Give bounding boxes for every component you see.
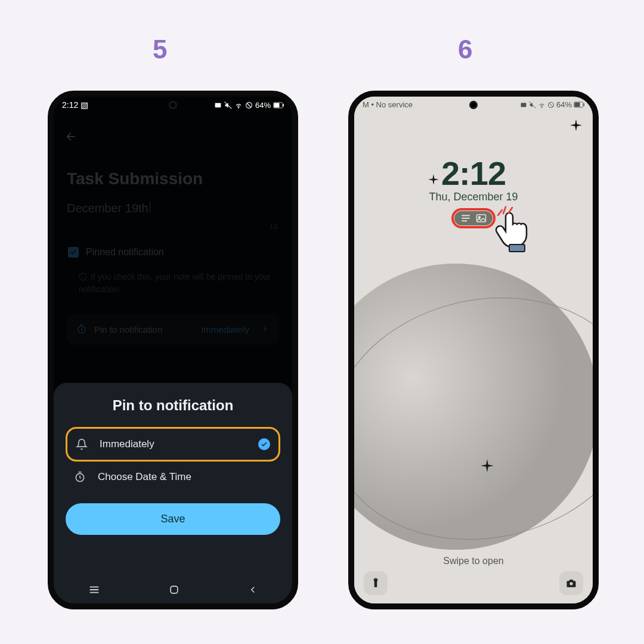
battery-icon xyxy=(273,102,284,109)
check-circle-icon xyxy=(258,438,270,450)
svg-rect-33 xyxy=(509,244,525,252)
svg-line-31 xyxy=(503,207,506,213)
sparkle-icon xyxy=(481,459,494,475)
save-button[interactable]: Save xyxy=(66,503,280,535)
svg-rect-23 xyxy=(575,103,580,107)
battery-text: 64% xyxy=(255,101,271,110)
status-right: 64% xyxy=(214,101,284,110)
mute-icon xyxy=(529,101,536,109)
svg-point-2 xyxy=(238,107,239,108)
svg-rect-24 xyxy=(584,103,585,106)
svg-line-21 xyxy=(549,103,553,107)
sheet-title: Pin to notification xyxy=(66,397,280,414)
battery-text: 64% xyxy=(556,100,572,109)
status-carrier: M • No service xyxy=(363,100,413,109)
flashlight-button[interactable] xyxy=(364,571,388,595)
option-choose-date-label: Choose Date & Time xyxy=(98,471,272,483)
nav-recent-icon[interactable] xyxy=(88,583,101,596)
nav-back-icon[interactable] xyxy=(247,584,258,595)
bell-icon xyxy=(76,438,89,450)
sparkle-icon xyxy=(428,174,439,187)
svg-rect-17 xyxy=(521,103,526,107)
card-icon xyxy=(214,101,222,109)
timer-icon xyxy=(74,471,87,483)
step-label-5: 5 xyxy=(153,35,167,64)
notification-pill[interactable] xyxy=(454,211,493,225)
svg-rect-6 xyxy=(274,103,280,107)
tap-lines-icon xyxy=(496,202,514,217)
option-choose-date[interactable]: Choose Date & Time xyxy=(66,462,280,493)
svg-line-30 xyxy=(498,210,502,215)
sparkle-icon xyxy=(570,119,582,134)
nav-home-icon[interactable] xyxy=(168,584,180,596)
status-time: 2:12 ▧ xyxy=(62,100,88,110)
svg-rect-34 xyxy=(374,578,377,580)
wifi-icon xyxy=(234,101,243,109)
svg-point-19 xyxy=(541,107,542,107)
svg-line-32 xyxy=(509,208,512,213)
mute-icon xyxy=(224,101,232,109)
no-signal-icon xyxy=(547,101,555,109)
option-immediately-label: Immediately xyxy=(100,438,247,450)
lockscreen: M • No service 64% 2:12 Thu, December 19 xyxy=(354,97,593,603)
svg-line-4 xyxy=(247,103,251,107)
android-navbar xyxy=(54,580,292,600)
phone-camera xyxy=(469,101,478,109)
bottom-sheet: Pin to notification Immediately Choose D… xyxy=(54,383,292,603)
camera-button[interactable] xyxy=(559,571,583,595)
status-right: 64% xyxy=(520,100,584,109)
no-signal-icon xyxy=(245,101,253,109)
card-icon xyxy=(520,101,527,109)
battery-icon xyxy=(574,101,584,108)
phone-mockup-5: 2:12 ▧ 64% Task Submission December 19th… xyxy=(48,91,298,609)
wifi-icon xyxy=(538,101,546,109)
app-screen: 2:12 ▧ 64% Task Submission December 19th… xyxy=(54,97,292,603)
phone-camera xyxy=(169,101,177,109)
step-label-6: 6 xyxy=(458,35,472,64)
camera-icon xyxy=(566,578,577,589)
tap-hand-cursor xyxy=(493,206,535,255)
svg-rect-16 xyxy=(171,586,178,593)
svg-rect-7 xyxy=(283,104,284,107)
lockscreen-clock: 2:12 xyxy=(354,154,593,193)
svg-rect-0 xyxy=(215,103,221,107)
flashlight-icon xyxy=(370,578,381,589)
option-immediately[interactable]: Immediately xyxy=(66,427,280,462)
lockscreen-date: Thu, December 19 xyxy=(354,191,593,203)
swipe-hint: Swipe to open xyxy=(354,556,593,566)
phone-mockup-6: M • No service 64% 2:12 Thu, December 19 xyxy=(348,91,599,609)
highlight-ring xyxy=(451,208,496,228)
svg-point-35 xyxy=(569,582,572,585)
